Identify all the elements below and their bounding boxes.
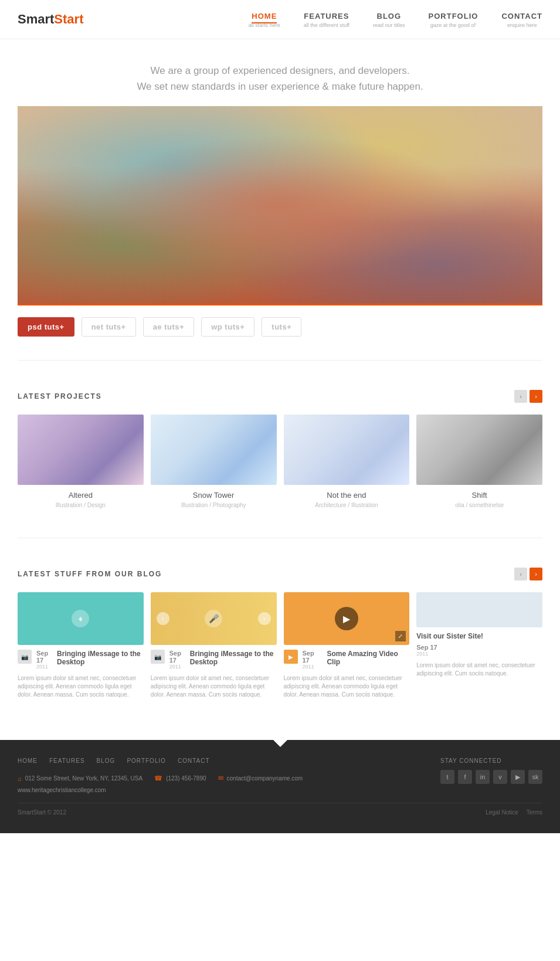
blog-meta-1: 📷 Sep 17 2011 Bringing iMessage to the D… (18, 650, 144, 670)
project-thumb-3 (284, 415, 410, 485)
brand-nettuts[interactable]: net tuts+ (82, 317, 136, 337)
projects-prev-arrow[interactable]: ‹ (514, 390, 527, 403)
blog-grid: ♦ 📷 Sep 17 2011 Bringing iMessage to the… (18, 592, 542, 699)
brand-tuts[interactable]: tuts+ (262, 317, 301, 337)
blog-next-arrow[interactable]: › (530, 568, 542, 580)
nav-blog[interactable]: BLOG read our titles (373, 11, 405, 28)
logo-start: Start (54, 12, 83, 26)
blog-col-4: Visit our Sister Site! Sep 17 2011 Lorem… (416, 592, 542, 699)
blog-meta-3: ▶ Sep 17 2011 Some Amazing Video Clip (284, 650, 410, 670)
project-sub-4: olia / somethinelse (416, 502, 542, 508)
footer-nav-contact[interactable]: CONTACT (178, 758, 210, 764)
nav-blog-label: BLOG (377, 12, 402, 21)
brand-aetuts[interactable]: ae tuts+ (143, 317, 195, 337)
play-button[interactable]: ▶ (335, 607, 358, 630)
blog-text-1: Lorem ipsum dolor sit amet nec, consecte… (18, 674, 144, 699)
projects-grid: Altered Illustration / Design Snow Tower… (18, 415, 542, 508)
blog-section: LATEST STUFF FROM OUR BLOG ‹ › ♦ 📷 Sep 1… (0, 550, 560, 711)
projects-nav-arrows: ‹ › (514, 390, 542, 403)
blog-prev-btn[interactable]: ‹ (157, 612, 169, 625)
project-name-1: Altered (18, 491, 144, 500)
footer-terms[interactable]: Terms (527, 809, 542, 816)
social-linkedin[interactable]: in (476, 770, 490, 784)
blog-text-2: Lorem ipsum dolor sit amet nec, consecte… (151, 674, 277, 699)
hero-image (18, 106, 542, 305)
hero-line2: We set new standards in user experience … (18, 79, 542, 94)
logo: SmartStart (18, 12, 83, 27)
blog-title-col-3: Some Amazing Video Clip (327, 650, 409, 668)
footer-arrow (273, 740, 287, 747)
blog-text-3: Lorem ipsum dolor sit amet nec, consecte… (284, 674, 410, 699)
footer: HOME FEATURES BLOG PORTFOLIO CONTACT ⌂ 0… (0, 740, 560, 833)
blog-icon-sq-3: ▶ (284, 650, 298, 664)
blog-thumb-4 (416, 592, 542, 627)
footer-copyright: SmartStart © 2012 (18, 809, 66, 816)
social-skype[interactable]: sk (528, 770, 542, 784)
brand-psdtuts[interactable]: psd tuts+ (18, 317, 74, 337)
blog-item-title-2: Bringing iMessage to the Desktop (190, 650, 277, 666)
blog-item-title-1: Bringing iMessage to the Desktop (57, 650, 144, 666)
nav-portfolio-label: PORTFOLIO (429, 12, 478, 21)
blog-date-num-3: Sep 17 (303, 650, 323, 664)
footer-nav-blog[interactable]: BLOG (97, 758, 116, 764)
nav-home-sub: all starts here (249, 22, 280, 28)
header: SmartStart HOME all starts here FEATURES… (0, 0, 560, 39)
footer-url[interactable]: www.heritagechristiancollege.com (18, 787, 440, 793)
footer-email: ✉ contact@companyname.com (218, 775, 303, 782)
sister-title: Visit our Sister Site! (416, 632, 542, 640)
project-item-4[interactable]: Shift olia / somethinelse (416, 415, 542, 508)
blog-thumb-3: ▶ ⤢ (284, 592, 410, 645)
nav-home[interactable]: HOME all starts here (249, 11, 280, 28)
hero-image-inner (18, 106, 542, 304)
nav-contact-label: CONTACT (501, 12, 542, 21)
project-item-3[interactable]: Not the end Architecture / Illustration (284, 415, 410, 508)
footer-nav-features[interactable]: FEATURES (49, 758, 85, 764)
project-item-1[interactable]: Altered Illustration / Design (18, 415, 144, 508)
footer-email-text: contact@companyname.com (227, 775, 303, 782)
email-icon: ✉ (218, 775, 223, 782)
fullscreen-button[interactable]: ⤢ (395, 631, 406, 641)
projects-header: LATEST PROJECTS ‹ › (18, 390, 542, 403)
blog-date-col-1: Sep 17 2011 (36, 650, 52, 670)
social-youtube[interactable]: ▶ (511, 770, 525, 784)
blog-col-3: ▶ ⤢ ▶ Sep 17 2011 Some Amazing Video Cli… (284, 592, 410, 699)
blog-prev-arrow[interactable]: ‹ (514, 568, 527, 580)
projects-next-arrow[interactable]: › (530, 390, 542, 403)
footer-phone-text: (123) 456-7890 (166, 775, 206, 782)
project-name-3: Not the end (284, 491, 410, 500)
nav-features-sub: all the different stuff (304, 22, 349, 28)
social-facebook[interactable]: f (458, 770, 472, 784)
footer-left: HOME FEATURES BLOG PORTFOLIO CONTACT ⌂ 0… (18, 758, 440, 793)
phone-icon: ☎ (154, 775, 162, 782)
blog-thumb-1: ♦ (18, 592, 144, 645)
projects-title: LATEST PROJECTS (18, 392, 102, 400)
footer-address: ⌂ 012 Some Street, New York, NY, 12345, … (18, 775, 142, 782)
blog-date-col-3: Sep 17 2011 (303, 650, 323, 670)
main-nav: HOME all starts here FEATURES all the di… (249, 11, 542, 28)
blog-title-col-1: Bringing iMessage to the Desktop (57, 650, 144, 668)
nav-contact[interactable]: CONTACT enquire here (501, 11, 542, 28)
blog-date-num-2: Sep 17 (169, 650, 185, 664)
blog-nav-arrows: ‹ › (514, 568, 542, 580)
footer-links: Legal Notice Terms (486, 809, 542, 816)
hero-line1: We are a group of experienced designers,… (18, 63, 542, 79)
footer-nav-portfolio[interactable]: PORTFOLIO (127, 758, 166, 764)
blog-thumb-2: ‹ 🎤 › (151, 592, 277, 645)
footer-nav-home[interactable]: HOME (18, 758, 38, 764)
blog-col-2: ‹ 🎤 › 📷 Sep 17 2011 Bringing iMessage to… (151, 592, 277, 699)
project-item-2[interactable]: Snow Tower Illustration / Photography (151, 415, 277, 508)
blog-thumb-icon-2: 🎤 (205, 610, 222, 627)
footer-legal[interactable]: Legal Notice (486, 809, 518, 816)
blog-date-col-2: Sep 17 2011 (169, 650, 185, 670)
nav-portfolio[interactable]: PORTFOLIO gaze at the good ol' (429, 11, 478, 28)
brand-wptuts[interactable]: wp tuts+ (201, 317, 254, 337)
blog-date-year-2: 2011 (169, 664, 185, 670)
blog-col-1: ♦ 📷 Sep 17 2011 Bringing iMessage to the… (18, 592, 144, 699)
social-vimeo[interactable]: v (493, 770, 507, 784)
nav-features[interactable]: FEATURES all the different stuff (304, 11, 349, 28)
brands-row: psd tuts+ net tuts+ ae tuts+ wp tuts+ tu… (0, 305, 560, 348)
project-sub-3: Architecture / Illustration (284, 502, 410, 508)
blog-next-btn[interactable]: › (258, 612, 271, 625)
social-twitter[interactable]: t (440, 770, 454, 784)
blog-date-num-4: Sep 17 (416, 644, 437, 651)
